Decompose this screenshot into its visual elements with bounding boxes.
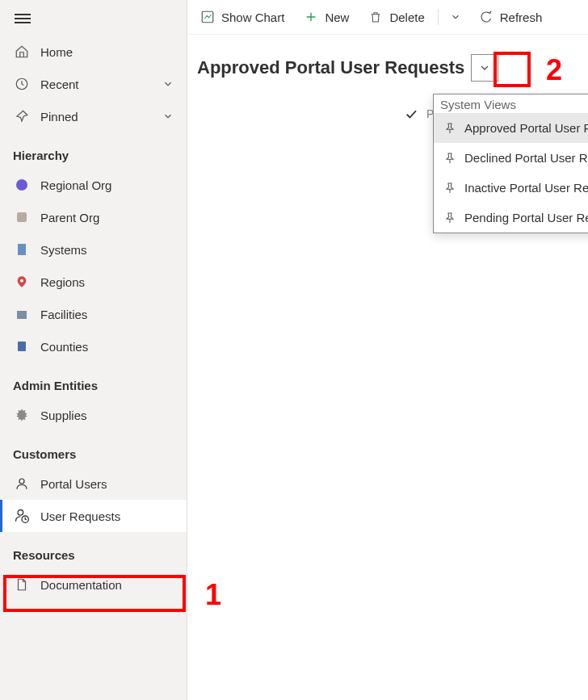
chevron-down-icon (448, 10, 463, 24)
nav-user-requests[interactable]: User Requests (0, 500, 187, 532)
home-icon (13, 44, 31, 60)
main-area: Show Chart New Delete Refresh Approved P… (187, 0, 588, 700)
check-icon (404, 107, 418, 121)
dropdown-item-label: Approved Portal User Requests (464, 121, 588, 135)
map-pin-icon (13, 274, 31, 290)
svg-point-1 (16, 179, 27, 191)
nav-facilities[interactable]: Facilities (0, 298, 187, 330)
nav-counties-label: Counties (40, 340, 174, 354)
view-selector-button[interactable] (471, 54, 498, 82)
nav-regional-org-label: Regional Org (40, 178, 174, 192)
nav-home-label: Home (40, 45, 174, 59)
pin-icon (443, 182, 456, 195)
group-admin-entities: Admin Entities (0, 363, 187, 399)
nav-parent-org[interactable]: Parent Org (0, 201, 187, 233)
view-selector-dropdown: System Views Approved Portal User Reques… (433, 94, 588, 233)
nav-regional-org[interactable]: Regional Org (0, 169, 187, 201)
dropdown-item-label: Inactive Portal User Requests (464, 181, 588, 195)
pin-icon (443, 212, 456, 224)
nav-user-requests-label: User Requests (40, 509, 174, 523)
hamburger-menu-icon[interactable] (15, 11, 31, 24)
group-customers: Customers (0, 431, 187, 467)
nav-supplies-label: Supplies (40, 409, 174, 422)
trash-icon (368, 10, 383, 24)
org-icon (13, 209, 31, 225)
nav-documentation[interactable]: Documentation (0, 568, 187, 601)
chevron-down-icon (478, 61, 491, 74)
delete-button[interactable]: Delete (359, 5, 434, 29)
refresh-button[interactable]: Refresh (469, 5, 552, 29)
building-icon (13, 241, 31, 258)
new-button[interactable]: New (294, 5, 359, 29)
user-icon (13, 476, 31, 492)
chevron-down-icon (162, 111, 174, 122)
dropdown-item-inactive[interactable]: Inactive Portal User Requests (434, 173, 588, 203)
pin-icon (443, 122, 456, 135)
dropdown-item-label: Declined Portal User Requests (464, 151, 588, 165)
nav-regions-label: Regions (40, 275, 174, 289)
svg-point-8 (19, 479, 24, 484)
show-chart-label: Show Chart (221, 10, 284, 24)
svg-rect-2 (17, 212, 27, 222)
nav-recent-label: Recent (40, 78, 162, 91)
pin-icon (13, 108, 31, 124)
dropdown-item-approved[interactable]: Approved Portal User Requests (434, 113, 588, 143)
nav-parent-org-label: Parent Org (40, 211, 174, 224)
nav-systems-label: Systems (40, 243, 174, 257)
command-bar: Show Chart New Delete Refresh (187, 0, 588, 35)
nav-documentation-label: Documentation (40, 578, 174, 592)
dropdown-item-label: Pending Portal User Requests (464, 211, 588, 224)
more-commands-button[interactable] (442, 5, 469, 29)
county-icon (13, 338, 31, 354)
plus-icon (304, 10, 318, 24)
show-chart-button[interactable]: Show Chart (191, 5, 294, 29)
user-clock-icon (13, 508, 31, 524)
svg-rect-3 (18, 244, 26, 255)
pin-icon (443, 152, 456, 165)
svg-point-4 (20, 279, 23, 283)
sidebar: Home Recent Pinned Hierarchy Regional Or… (0, 0, 187, 700)
gear-icon (13, 407, 31, 423)
svg-point-9 (18, 510, 23, 516)
nav-pinned-label: Pinned (40, 110, 162, 124)
svg-rect-5 (17, 311, 27, 319)
nav-pinned[interactable]: Pinned (0, 100, 187, 132)
chart-icon (200, 10, 215, 24)
new-label: New (325, 10, 349, 24)
separator (438, 9, 439, 25)
refresh-label: Refresh (500, 10, 543, 24)
nav-recent[interactable]: Recent (0, 68, 187, 100)
nav-systems[interactable]: Systems (0, 233, 187, 266)
nav-home[interactable]: Home (0, 36, 187, 68)
nav-regions[interactable]: Regions (0, 266, 187, 298)
nav-portal-users[interactable]: Portal Users (0, 467, 187, 500)
refresh-icon (479, 10, 494, 24)
svg-rect-6 (18, 342, 26, 351)
document-icon (13, 576, 31, 593)
globe-icon (13, 177, 31, 193)
nav-counties[interactable]: Counties (0, 330, 187, 363)
dropdown-header: System Views (434, 94, 588, 113)
facility-icon (13, 306, 31, 322)
obscured-row: P (404, 107, 434, 121)
dropdown-item-declined[interactable]: Declined Portal User Requests (434, 143, 588, 173)
nav-portal-users-label: Portal Users (40, 477, 174, 491)
nav-facilities-label: Facilities (40, 308, 174, 321)
group-resources: Resources (0, 532, 187, 568)
dropdown-item-pending[interactable]: Pending Portal User Requests (434, 203, 588, 233)
group-hierarchy: Hierarchy (0, 132, 187, 169)
clock-icon (13, 76, 31, 92)
nav-supplies[interactable]: Supplies (0, 399, 187, 431)
chevron-down-icon (162, 78, 174, 90)
delete-label: Delete (389, 10, 424, 24)
page-title: Approved Portal User Requests (197, 57, 464, 78)
